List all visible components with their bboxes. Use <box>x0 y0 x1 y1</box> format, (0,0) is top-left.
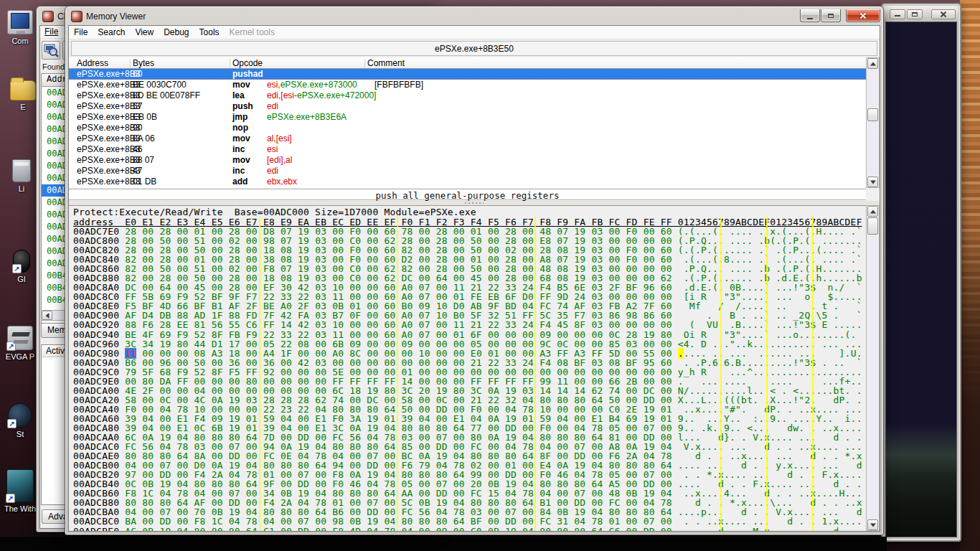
desktop-icon-label: Li <box>3 184 40 193</box>
column-comment[interactable]: Comment <box>367 58 405 68</box>
arrow-up-icon <box>870 62 876 65</box>
background-window-titlebar[interactable] <box>884 6 958 22</box>
disasm-comment: [FBFBFBFB] <box>374 80 423 90</box>
disasm-row[interactable]: ePSXe.exe+8B38A 06moval,[esi] <box>69 133 866 144</box>
disassembler-scrollbar[interactable] <box>866 57 880 188</box>
menu-kernel-tools[interactable]: Kernel tools <box>225 26 280 39</box>
region-protect-line: Protect:Execute/Read/Write Base=00ADC000… <box>73 207 476 217</box>
desktop-icon-label: Com <box>1 37 39 45</box>
maximize-button[interactable] <box>821 9 841 22</box>
disasm-bytes: 88 07 <box>133 155 154 166</box>
disasm-address: ePSXe.exe+8B3 <box>77 155 140 166</box>
disasm-bytes: BE 0030C700 <box>133 80 187 90</box>
column-opcode[interactable]: Opcode <box>232 58 263 68</box>
disasm-row[interactable]: ePSXe.exe+8B347incedi <box>69 166 866 176</box>
disasm-address: ePSXe.exe+8B3 <box>77 101 140 112</box>
scroll-down-button[interactable] <box>867 519 878 530</box>
minimize-button[interactable] <box>890 9 905 19</box>
scrollbar-thumb[interactable] <box>867 108 878 121</box>
disasm-row[interactable]: ePSXe.exe+8B390nop <box>69 123 866 133</box>
disasm-opcode: add <box>232 176 248 187</box>
column-address[interactable]: Address <box>77 58 108 68</box>
disasm-opcode: mov <box>232 133 250 144</box>
desktop-icon-evga-p[interactable]: ↗EVGA P <box>1 326 39 361</box>
disasm-bytes: 8A 06 <box>133 133 155 144</box>
hex-view-scrollbar[interactable] <box>866 205 880 531</box>
arrow-left-icon <box>45 313 49 319</box>
wallpaper-right <box>960 0 980 551</box>
folder-icon <box>10 80 36 100</box>
background-window-content <box>885 22 957 537</box>
minimize-button[interactable] <box>800 9 820 22</box>
scroll-up-button[interactable] <box>867 58 878 69</box>
disasm-row[interactable]: ePSXe.exe+8B346incesi <box>69 144 866 155</box>
desktop-icon-li[interactable]: Li <box>3 159 40 193</box>
desktop-icon-st[interactable]: ↗St <box>1 403 39 438</box>
address-bar[interactable]: ePSXe.exe+8B3E50 <box>71 41 877 56</box>
disasm-opcode: push <box>232 101 253 112</box>
column-separator <box>130 59 131 67</box>
disassembler-list[interactable]: ePSXe.exe+8B360pushadePSXe.exe+8B3BE 003… <box>69 69 866 188</box>
disasm-bytes: 46 <box>133 144 142 155</box>
disasm-row[interactable]: ePSXe.exe+8B360pushad <box>69 69 866 80</box>
disasm-operands: ePSXe.exe+8B3E6A <box>267 112 347 123</box>
witcher-icon: ↗ <box>6 469 34 502</box>
menu-file[interactable]: File <box>40 26 62 38</box>
disasm-bytes: 57 <box>133 101 142 112</box>
disasm-opcode: jmp <box>232 112 248 123</box>
scroll-up-button[interactable] <box>867 206 878 217</box>
disasm-bytes: 8D BE 00E078FF <box>133 90 200 101</box>
menu-tools[interactable]: Tools <box>194 26 225 39</box>
minimize-icon <box>895 15 900 17</box>
maximize-button[interactable] <box>907 9 923 19</box>
mouse-icon: ↗ <box>13 250 30 273</box>
disasm-bytes: 47 <box>133 166 142 176</box>
hex-view[interactable]: Protect:Execute/Read/Write Base=00ADC000… <box>69 205 866 531</box>
disasm-operands: esi <box>267 144 278 155</box>
disasm-row[interactable]: ePSXe.exe+8B301 DBaddebx,ebx <box>69 176 866 187</box>
disasm-address: ePSXe.exe+8B3 <box>77 123 140 133</box>
menu-view[interactable]: View <box>130 26 159 39</box>
maximize-icon <box>912 12 918 17</box>
cheat-engine-icon <box>42 11 54 22</box>
memory-viewer-menubar: FileSearchViewDebugToolsKernel tools <box>69 26 880 39</box>
menu-search[interactable]: Search <box>93 26 130 39</box>
scrollbar-thumb[interactable] <box>867 217 878 235</box>
desktop-icon-com[interactable]: Com <box>1 10 39 45</box>
menu-file[interactable]: File <box>69 26 93 39</box>
disasm-row[interactable]: ePSXe.exe+8B3BE 0030C700movesi,ePSXe.exe… <box>69 80 866 90</box>
select-process-button[interactable] <box>42 41 60 60</box>
disasm-row[interactable]: ePSXe.exe+8B388 07mov[edi],al <box>69 155 866 166</box>
hex-group-separator <box>720 217 722 531</box>
disasm-row[interactable]: ePSXe.exe+8B357pushedi <box>69 101 866 112</box>
shortcut-arrow-icon: ↗ <box>6 494 15 503</box>
memory-viewer-window[interactable]: Memory Viewer FileSearchViewDebugToolsKe… <box>65 6 884 535</box>
hex-bytes: AC 0B 19 04 80 80 80 64 C1 00 DD 00 F8 4… <box>119 526 678 532</box>
disasm-address: ePSXe.exe+8B3 <box>77 80 140 90</box>
disasm-row[interactable]: ePSXe.exe+8B3EB 0BjmpePSXe.exe+8B3E6A <box>69 112 866 123</box>
menu-debug[interactable]: Debug <box>159 26 194 39</box>
close-button[interactable] <box>846 9 880 22</box>
memory-viewer-titlebar[interactable]: Memory Viewer <box>68 9 880 24</box>
disasm-operands: al,[esi] <box>267 133 292 144</box>
column-separator <box>230 59 230 67</box>
evga-icon: ↗ <box>7 326 33 350</box>
close-icon <box>940 11 947 18</box>
scroll-left-button[interactable] <box>42 311 52 320</box>
background-window[interactable] <box>881 3 961 542</box>
column-bytes[interactable]: Bytes <box>133 58 154 68</box>
scroll-down-button[interactable] <box>867 176 878 187</box>
desktop-icon-label: EVGA P <box>1 352 39 361</box>
close-button[interactable] <box>931 9 956 19</box>
hex-row[interactable]: 00ADCBE0 AC 0B 19 04 80 80 80 64 C1 00 D… <box>69 527 866 532</box>
shortcut-arrow-icon: ↗ <box>12 264 22 273</box>
minimize-icon <box>807 18 813 19</box>
disasm-operands: edi <box>267 166 278 176</box>
desktop-icon-the-with[interactable]: ↗The With <box>1 469 39 513</box>
disasm-bytes: 60 <box>133 69 142 80</box>
desktop-icon-label: St <box>1 430 39 438</box>
desktop-icon-gi[interactable]: ↗GI <box>3 250 40 283</box>
disasm-row[interactable]: ePSXe.exe+8B38D BE 00E078FFleaedi,[esi-e… <box>69 90 866 101</box>
hex-ascii: ... d . . M.x.... ... d . . <box>678 526 862 532</box>
bin-icon <box>12 159 31 182</box>
